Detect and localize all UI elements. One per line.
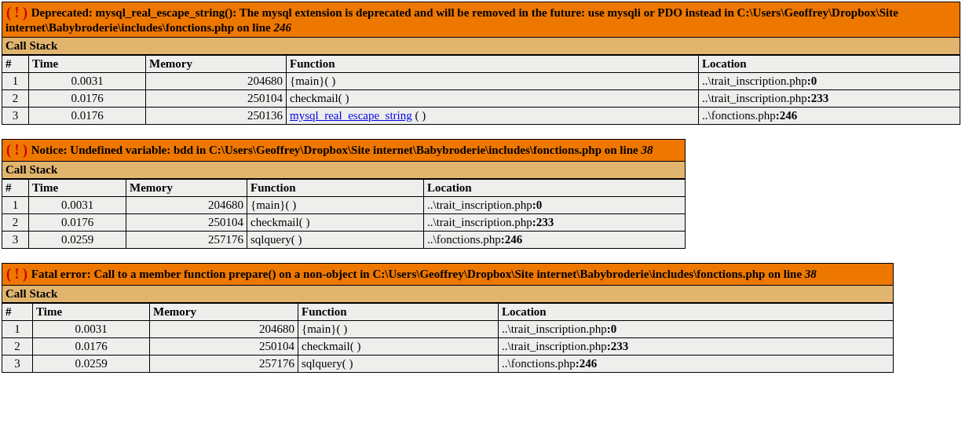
error-header: ( ! ) Fatal error: Call to a member func… — [2, 263, 894, 286]
col-header: Memory — [146, 56, 287, 73]
error-message: Undefined variable: bdd in C:\Users\Geof… — [70, 144, 641, 156]
cell-function: mysql_real_escape_string ( ) — [287, 108, 699, 125]
cell-num: 2 — [2, 338, 33, 356]
cell-function: {main}( ) — [287, 73, 699, 90]
cell-memory: 204680 — [126, 197, 247, 214]
col-header: Function — [287, 56, 699, 73]
cell-memory: 250104 — [150, 338, 298, 356]
col-header: Function — [247, 180, 424, 197]
cell-memory: 250136 — [146, 108, 287, 125]
cell-num: 3 — [2, 356, 33, 373]
col-header: Time — [29, 180, 126, 197]
col-header: Location — [499, 304, 894, 321]
col-header: Location — [424, 180, 686, 197]
cell-location: ..\trait_inscription.php:0 — [424, 197, 686, 214]
table-row: 30.0259257176sqlquery( )..\fonctions.php… — [2, 232, 686, 249]
table-row: 30.0259257176sqlquery( )..\fonctions.php… — [2, 356, 894, 373]
php-doc-link[interactable]: mysql_real_escape_string — [290, 109, 412, 122]
cell-function: {main}( ) — [247, 197, 424, 214]
cell-num: 3 — [2, 108, 29, 125]
location-line: :0 — [607, 323, 617, 335]
error-type: Deprecated: — [31, 6, 96, 19]
location-line: :0 — [807, 75, 817, 87]
col-header: Time — [33, 304, 150, 321]
callstack-title: Call Stack — [2, 38, 960, 55]
error-header: ( ! ) Deprecated: mysql_real_escape_stri… — [2, 2, 960, 38]
error-message: Call to a member function prepare() on a… — [93, 268, 804, 280]
error-header: ( ! ) Notice: Undefined variable: bdd in… — [2, 139, 686, 162]
location-line: :233 — [807, 92, 829, 104]
table-row: 10.0031204680{main}( )..\trait_inscripti… — [2, 321, 894, 338]
cell-location: ..\fonctions.php:246 — [499, 356, 894, 373]
cell-function: checkmail( ) — [247, 214, 424, 232]
cell-time: 0.0031 — [29, 73, 146, 90]
table-row: 20.0176250104checkmail( )..\trait_inscri… — [2, 214, 686, 232]
col-header: Function — [298, 304, 499, 321]
error-icon: ( ! ) — [5, 5, 28, 20]
cell-memory: 257176 — [126, 232, 247, 249]
cell-num: 3 — [2, 232, 29, 249]
cell-location: ..\trait_inscription.php:233 — [424, 214, 686, 232]
cell-time: 0.0259 — [33, 356, 150, 373]
error-line: 246 — [273, 21, 291, 34]
error-type: Fatal error: — [31, 268, 94, 280]
cell-location: ..\fonctions.php:246 — [424, 232, 686, 249]
cell-time: 0.0031 — [29, 197, 126, 214]
cell-location: ..\trait_inscription.php:0 — [699, 73, 960, 90]
cell-time: 0.0176 — [29, 214, 126, 232]
cell-num: 1 — [2, 197, 29, 214]
cell-location: ..\trait_inscription.php:0 — [499, 321, 894, 338]
location-line: :246 — [576, 357, 598, 370]
cell-num: 2 — [2, 90, 29, 108]
cell-location: ..\fonctions.php:246 — [699, 108, 960, 125]
cell-num: 1 — [2, 73, 29, 90]
col-header: Time — [29, 56, 146, 73]
cell-time: 0.0176 — [29, 90, 146, 108]
cell-function: sqlquery( ) — [298, 356, 499, 373]
cell-num: 2 — [2, 214, 29, 232]
error-block: ( ! ) Notice: Undefined variable: bdd in… — [2, 139, 686, 249]
col-header: # — [2, 180, 29, 197]
cell-memory: 257176 — [150, 356, 298, 373]
cell-time: 0.0176 — [29, 108, 146, 125]
cell-function: checkmail( ) — [298, 338, 499, 356]
error-type: Notice: — [31, 144, 71, 156]
table-row: 20.0176250104checkmail( )..\trait_inscri… — [2, 90, 960, 108]
cell-num: 1 — [2, 321, 33, 338]
col-header: Memory — [150, 304, 298, 321]
cell-time: 0.0031 — [33, 321, 150, 338]
callstack-table: #TimeMemoryFunctionLocation10.0031204680… — [2, 55, 960, 125]
error-icon: ( ! ) — [5, 142, 28, 158]
location-line: :246 — [501, 233, 523, 246]
location-line: :233 — [607, 340, 629, 352]
cell-function: checkmail( ) — [287, 90, 699, 108]
error-block: ( ! ) Deprecated: mysql_real_escape_stri… — [2, 2, 960, 125]
location-line: :233 — [532, 216, 554, 228]
cell-function: {main}( ) — [298, 321, 499, 338]
cell-time: 0.0259 — [29, 232, 126, 249]
cell-memory: 250104 — [146, 90, 287, 108]
table-row: 10.0031204680{main}( )..\trait_inscripti… — [2, 197, 686, 214]
cell-function: sqlquery( ) — [247, 232, 424, 249]
table-row: 20.0176250104checkmail( )..\trait_inscri… — [2, 338, 894, 356]
location-line: :0 — [532, 199, 543, 211]
callstack-title: Call Stack — [2, 286, 894, 303]
col-header: Location — [699, 56, 960, 73]
cell-location: ..\trait_inscription.php:233 — [499, 338, 894, 356]
cell-memory: 204680 — [146, 73, 287, 90]
callstack-table: #TimeMemoryFunctionLocation10.0031204680… — [2, 179, 686, 249]
callstack-title: Call Stack — [2, 162, 686, 179]
table-row: 30.0176250136mysql_real_escape_string ( … — [2, 108, 960, 125]
col-header: # — [2, 304, 33, 321]
error-message: mysql_real_escape_string(): The mysql ex… — [5, 6, 898, 34]
callstack-table: #TimeMemoryFunctionLocation10.0031204680… — [2, 303, 894, 373]
error-icon: ( ! ) — [5, 266, 28, 282]
error-block: ( ! ) Fatal error: Call to a member func… — [2, 263, 894, 373]
cell-location: ..\trait_inscription.php:233 — [699, 90, 960, 108]
cell-time: 0.0176 — [33, 338, 150, 356]
location-line: :246 — [776, 109, 798, 122]
error-line: 38 — [805, 268, 817, 280]
cell-memory: 204680 — [150, 321, 298, 338]
error-line: 38 — [641, 144, 653, 156]
table-row: 10.0031204680{main}( )..\trait_inscripti… — [2, 73, 960, 90]
